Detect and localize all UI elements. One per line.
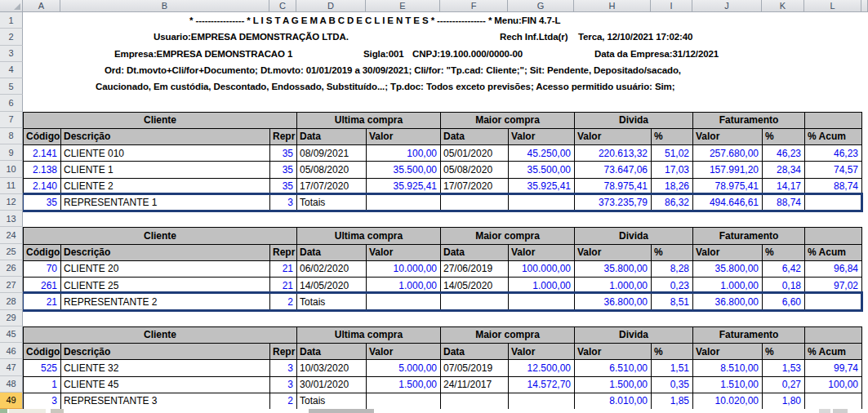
row-header-13[interactable]: 13 [0, 211, 23, 227]
column-label-cell[interactable]: Valor [509, 344, 575, 360]
column-header-G[interactable]: G [508, 0, 574, 12]
totals-cell[interactable] [509, 294, 575, 310]
data-cell[interactable]: 74,57 [805, 162, 862, 178]
column-label-cell[interactable]: Descrição [61, 344, 270, 360]
column-label-cell[interactable]: % [652, 129, 693, 145]
data-cell[interactable]: 78.975,41 [693, 179, 763, 195]
data-cell[interactable]: 06/02/2020 [297, 261, 367, 278]
data-cell[interactable]: 35.800,00 [693, 261, 763, 278]
data-cell[interactable]: 27/06/2019 [441, 261, 509, 278]
column-label-cell[interactable]: Valor [367, 344, 441, 360]
totals-cell[interactable] [367, 195, 441, 211]
column-label-cell[interactable]: Valor [367, 129, 441, 145]
column-label-cell[interactable]: Data [441, 344, 509, 360]
group-header-faturamento[interactable]: Faturamento [693, 327, 805, 344]
data-cell[interactable]: 1.000,00 [509, 278, 575, 294]
data-cell[interactable]: 08/09/2021 [297, 145, 367, 162]
column-label-cell[interactable]: Data [441, 245, 509, 261]
data-cell[interactable]: 1.000,00 [575, 278, 652, 294]
totals-cell[interactable]: 6,60 [763, 294, 805, 310]
column-label-cell[interactable]: Código [24, 344, 61, 360]
data-cell[interactable]: 70 [24, 261, 61, 278]
data-cell[interactable]: 1.000,00 [693, 278, 763, 294]
data-cell[interactable]: 14/05/2020 [441, 278, 509, 294]
totals-cell[interactable]: REPRESENTANTE 1 [61, 195, 270, 211]
data-cell[interactable]: 99,74 [805, 360, 862, 376]
totals-cell[interactable]: 2 [270, 393, 297, 410]
data-cell[interactable]: 21 [270, 261, 297, 278]
data-cell[interactable]: 10/03/2020 [297, 360, 367, 376]
data-cell[interactable]: 5.000,00 [367, 360, 441, 376]
group-header-empty[interactable] [805, 228, 862, 244]
data-cell[interactable]: CLIENTE 45 [61, 377, 270, 393]
totals-cell[interactable]: 10.020,00 [693, 393, 763, 410]
data-cell[interactable]: 24/11/2017 [441, 377, 509, 393]
column-label-cell[interactable]: % [763, 245, 805, 261]
totals-cell[interactable] [805, 294, 862, 310]
data-cell[interactable]: 35 [270, 145, 297, 162]
column-header-K[interactable]: K [762, 0, 804, 12]
data-cell[interactable]: 21 [270, 278, 297, 294]
data-cell[interactable]: CLIENTE 010 [61, 145, 270, 162]
totals-cell[interactable] [367, 393, 441, 410]
data-cell[interactable]: 17,03 [652, 162, 693, 178]
data-cell[interactable]: 05/08/2020 [441, 162, 509, 178]
data-cell[interactable]: CLIENTE 20 [61, 261, 270, 278]
data-cell[interactable]: 0,18 [763, 278, 805, 294]
totals-cell[interactable]: REPRESENTANTE 2 [61, 294, 270, 310]
data-cell[interactable]: 3 [270, 377, 297, 393]
row-header-2[interactable]: 2 [0, 29, 23, 45]
column-label-cell[interactable]: Repr [270, 129, 297, 145]
column-header-I[interactable]: I [651, 0, 692, 12]
group-header-empty[interactable] [805, 113, 862, 129]
totals-cell[interactable] [441, 195, 509, 211]
column-header-partial[interactable] [861, 0, 868, 12]
column-label-cell[interactable]: % [763, 344, 805, 360]
group-header-divida[interactable]: Divida [575, 113, 693, 129]
data-cell[interactable]: 220.613,32 [575, 145, 652, 162]
totals-cell[interactable]: 8.010,00 [575, 393, 652, 410]
row-header-45[interactable]: 45 [0, 326, 23, 343]
data-cell[interactable]: 05/01/2020 [441, 145, 509, 162]
data-cell[interactable]: 46,23 [805, 145, 862, 162]
column-label-cell[interactable]: % Acum [805, 344, 862, 360]
group-header-ultima-compra[interactable]: Ultima compra [297, 113, 441, 129]
group-header-cliente[interactable]: Cliente [24, 113, 297, 129]
totals-cell[interactable]: 3 [24, 393, 61, 410]
group-header-divida[interactable]: Divida [575, 228, 693, 244]
column-header-A[interactable]: A [23, 0, 60, 12]
totals-cell[interactable]: 8,51 [652, 294, 693, 310]
totals-cell[interactable] [441, 393, 509, 410]
column-header-B[interactable]: B [60, 0, 269, 12]
data-cell[interactable]: 1.500,00 [575, 377, 652, 393]
totals-cell[interactable]: 36.800,00 [693, 294, 763, 310]
column-label-cell[interactable]: Valor [367, 245, 441, 261]
column-label-cell[interactable]: % Acum [805, 129, 862, 145]
column-header-F[interactable]: F [440, 0, 508, 12]
row-header-9[interactable]: 9 [0, 144, 23, 161]
data-cell[interactable]: 0,23 [652, 278, 693, 294]
totals-cell[interactable] [805, 195, 862, 211]
group-header-maior-compra[interactable]: Maior compra [441, 327, 575, 344]
totals-cell[interactable]: 35 [24, 195, 61, 211]
data-cell[interactable]: 28,34 [763, 162, 805, 178]
column-label-cell[interactable]: Descrição [61, 245, 270, 261]
totals-cell[interactable]: Totais [297, 294, 367, 310]
data-cell[interactable]: 14.572,70 [509, 377, 575, 393]
column-label-cell[interactable]: Valor [575, 245, 652, 261]
column-label-cell[interactable]: Valor [693, 245, 763, 261]
group-header-ultima-compra[interactable]: Ultima compra [297, 228, 441, 244]
data-cell[interactable]: 35 [270, 179, 297, 195]
data-cell[interactable]: 0,35 [652, 377, 693, 393]
data-cell[interactable]: 35 [270, 162, 297, 178]
data-cell[interactable]: 0,27 [763, 377, 805, 393]
totals-cell[interactable]: 1,80 [763, 393, 805, 410]
column-label-cell[interactable]: Valor [509, 129, 575, 145]
column-label-cell[interactable]: Código [24, 245, 61, 261]
data-cell[interactable]: CLIENTE 32 [61, 360, 270, 376]
row-header-10[interactable]: 10 [0, 161, 23, 177]
row-header-11[interactable]: 11 [0, 178, 23, 194]
column-label-cell[interactable]: Valor [693, 129, 763, 145]
data-cell[interactable]: 51,02 [652, 145, 693, 162]
row-header-3[interactable]: 3 [0, 46, 23, 62]
